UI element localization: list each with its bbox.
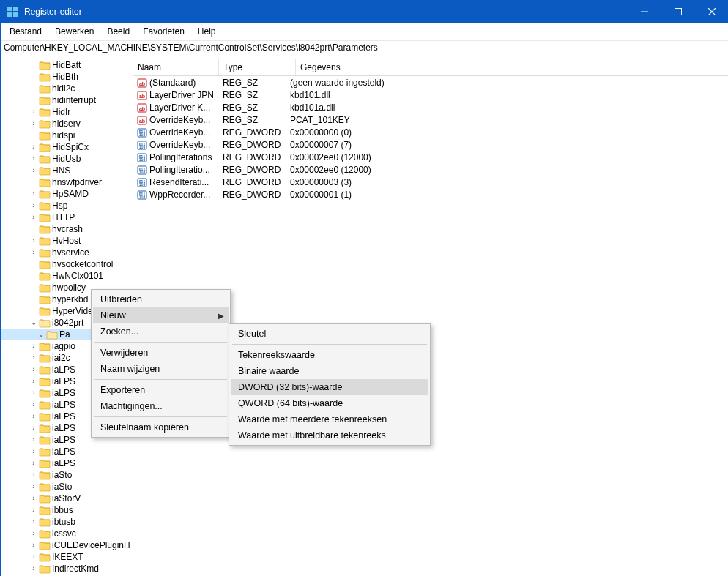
chevron-right-icon[interactable]: ›	[29, 436, 39, 444]
value-row[interactable]: ab(Standaard)REG_SZ(geen waarde ingestel…	[133, 76, 728, 89]
maximize-button[interactable]	[661, 1, 695, 23]
close-button[interactable]	[695, 1, 728, 23]
col-type[interactable]: Type	[219, 59, 296, 75]
tree-item[interactable]: ›iCUEDevicePluginH	[1, 539, 133, 551]
chevron-down-icon[interactable]: ⌄	[29, 319, 39, 326]
ctx-copy-key-name[interactable]: Sleutelnaam kopiëren	[93, 419, 229, 435]
chevron-right-icon[interactable]: ›	[29, 389, 39, 397]
col-name[interactable]: Naam	[133, 59, 219, 75]
tree-item[interactable]: hidinterrupt	[1, 94, 133, 106]
tree-item[interactable]: ›hidserv	[1, 118, 133, 130]
tree-item[interactable]: ›HidSpiCx	[1, 141, 133, 153]
tree-item[interactable]: ›HvHost	[1, 235, 133, 247]
menu-favorites[interactable]: Favorieten	[137, 25, 190, 38]
chevron-right-icon[interactable]: ›	[29, 553, 39, 561]
ctx-new-dword[interactable]: DWORD (32 bits)-waarde	[231, 379, 428, 395]
tree-item[interactable]: HwNClx0101	[1, 270, 133, 282]
chevron-right-icon[interactable]: ›	[29, 483, 39, 490]
chevron-right-icon[interactable]: ›	[29, 401, 39, 408]
tree-item[interactable]: hvcrash	[1, 223, 133, 235]
tree-item[interactable]: ›ibtusb	[1, 516, 133, 528]
ctx-rename[interactable]: Naam wijzigen	[93, 361, 229, 377]
chevron-right-icon[interactable]: ›	[29, 366, 39, 373]
ctx-new[interactable]: Nieuw▶ Sleutel Tekenreekswaarde Binaire …	[93, 307, 229, 323]
chevron-down-icon[interactable]: ⌄	[36, 331, 46, 338]
chevron-right-icon[interactable]: ›	[29, 530, 39, 537]
tree-item[interactable]: ›iaSto	[1, 481, 133, 493]
chevron-right-icon[interactable]: ›	[29, 424, 39, 432]
ctx-new-string[interactable]: Tekenreekswaarde	[231, 347, 428, 363]
tree-item[interactable]: ›hvservice	[1, 247, 133, 258]
chevron-right-icon[interactable]: ›	[29, 448, 39, 455]
chevron-right-icon[interactable]: ›	[29, 518, 39, 525]
chevron-right-icon[interactable]: ›	[29, 190, 39, 198]
minimize-button[interactable]	[628, 1, 661, 23]
tree-item[interactable]: ›ibbus	[1, 504, 133, 516]
value-row[interactable]: 011110ResendIterati...REG_DWORD0x0000000…	[133, 176, 728, 188]
value-row[interactable]: 011110OverrideKeyb...REG_DWORD0x00000007…	[133, 138, 728, 151]
ctx-new-multi[interactable]: Waarde met meerdere tekenreeksen	[231, 411, 428, 427]
chevron-right-icon[interactable]: ›	[29, 237, 39, 244]
chevron-right-icon[interactable]: ›	[29, 460, 39, 467]
menu-file[interactable]: Bestand	[4, 25, 48, 38]
tree-item[interactable]: ›iaSto	[1, 469, 133, 481]
value-row[interactable]: abLayerDriver K...REG_SZkbd101a.dll	[133, 101, 728, 113]
tree-item[interactable]: hvsocketcontrol	[1, 258, 133, 270]
tree-item[interactable]: ›HNS	[1, 165, 133, 176]
ctx-expand[interactable]: Uitbreiden	[93, 291, 229, 307]
tree-item[interactable]: ›iaLPS	[1, 446, 133, 457]
ctx-new-expand[interactable]: Waarde met uitbreidbare tekenreeks	[231, 427, 428, 444]
tree-item[interactable]: ›HpSAMD	[1, 188, 133, 200]
tree-item[interactable]: ›IKEEXT	[1, 551, 133, 563]
tree-item[interactable]: ›HidUsb	[1, 153, 133, 165]
chevron-right-icon[interactable]: ›	[29, 143, 39, 151]
chevron-right-icon[interactable]: ›	[29, 506, 39, 514]
value-row[interactable]: 011110OverrideKeyb...REG_DWORD0x00000000…	[133, 126, 728, 138]
tree-item[interactable]: ›iaLPS	[1, 457, 133, 469]
dword-value-icon: 011110	[136, 177, 148, 187]
ctx-find[interactable]: Zoeken...	[93, 323, 229, 340]
menu-view[interactable]: Beeld	[101, 25, 135, 38]
chevron-right-icon[interactable]: ›	[29, 542, 39, 549]
tree-item[interactable]: ›Hsp	[1, 200, 133, 212]
menu-help[interactable]: Help	[192, 25, 222, 38]
tree-item[interactable]: ›IndirectKmd	[1, 563, 133, 575]
value-row[interactable]: abOverrideKeyb...REG_SZPCAT_101KEY	[133, 113, 728, 126]
ctx-export[interactable]: Exporteren	[93, 382, 229, 398]
col-data[interactable]: Gegevens	[296, 59, 728, 75]
chevron-right-icon[interactable]: ›	[29, 108, 39, 116]
chevron-right-icon[interactable]: ›	[29, 202, 39, 209]
tree-item[interactable]: hnswfpdriver	[1, 176, 133, 188]
chevron-right-icon[interactable]: ›	[29, 354, 39, 362]
ctx-delete[interactable]: Verwijderen	[93, 345, 229, 361]
chevron-right-icon[interactable]: ›	[29, 413, 39, 420]
chevron-right-icon[interactable]: ›	[29, 378, 39, 385]
chevron-right-icon[interactable]: ›	[29, 565, 39, 572]
tree-item[interactable]: hidspi	[1, 130, 133, 141]
ctx-new-binary[interactable]: Binaire waarde	[231, 363, 428, 379]
chevron-right-icon[interactable]: ›	[29, 155, 39, 162]
tree-item[interactable]: ›icssvc	[1, 528, 133, 539]
tree-item[interactable]: HidBth	[1, 71, 133, 83]
ctx-new-key[interactable]: Sleutel	[231, 326, 428, 342]
chevron-right-icon[interactable]: ›	[29, 343, 39, 350]
tree-item[interactable]: ›HTTP	[1, 212, 133, 223]
tree-item[interactable]: ›HidIr	[1, 106, 133, 118]
tree-item[interactable]: ›iaStorV	[1, 493, 133, 504]
tree-item[interactable]: hidi2c	[1, 83, 133, 94]
chevron-right-icon[interactable]: ›	[29, 249, 39, 256]
chevron-right-icon[interactable]: ›	[29, 120, 39, 127]
value-row[interactable]: abLayerDriver JPNREG_SZkbd101.dll	[133, 89, 728, 101]
ctx-permissions[interactable]: Machtigingen...	[93, 398, 229, 414]
value-row[interactable]: 011110WppRecorder...REG_DWORD0x00000001 …	[133, 188, 728, 201]
value-row[interactable]: 011110PollingIterationsREG_DWORD0x00002e…	[133, 151, 728, 163]
chevron-right-icon[interactable]: ›	[29, 214, 39, 221]
tree-item[interactable]: HidBatt	[1, 59, 133, 71]
menu-edit[interactable]: Bewerken	[49, 25, 100, 38]
ctx-new-qword[interactable]: QWORD (64 bits)-waarde	[231, 395, 428, 411]
chevron-right-icon[interactable]: ›	[29, 495, 39, 502]
chevron-right-icon[interactable]: ›	[29, 471, 39, 479]
value-row[interactable]: 011110PollingIteratio...REG_DWORD0x00002…	[133, 163, 728, 176]
address-bar[interactable]: Computer\HKEY_LOCAL_MACHINE\SYSTEM\Curre…	[1, 41, 728, 59]
chevron-right-icon[interactable]: ›	[29, 167, 39, 174]
